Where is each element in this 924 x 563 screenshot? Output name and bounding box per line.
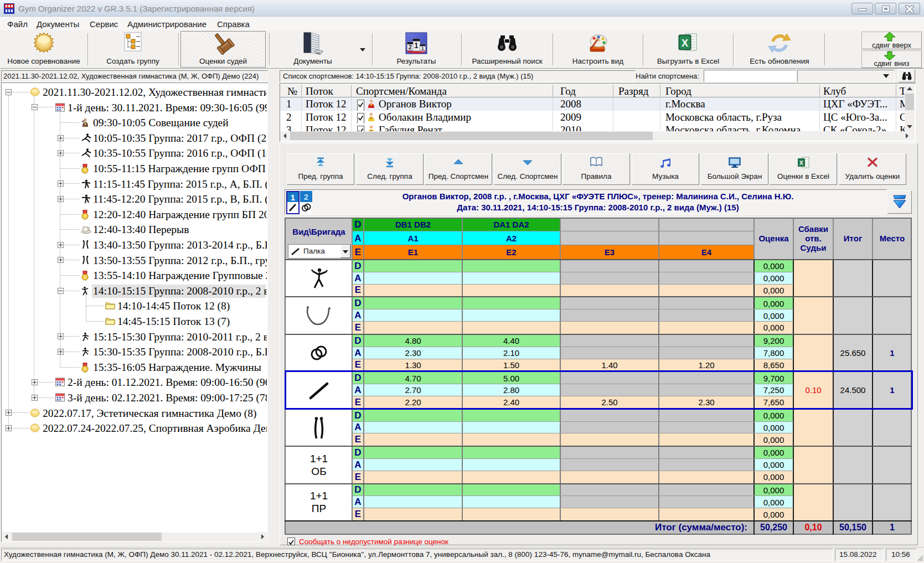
- svg-text:2: 2: [409, 44, 412, 50]
- svg-text:X: X: [799, 159, 804, 166]
- svg-text:1: 1: [421, 46, 424, 51]
- svg-text:X: X: [682, 38, 688, 49]
- svg-text:1: 1: [414, 41, 419, 50]
